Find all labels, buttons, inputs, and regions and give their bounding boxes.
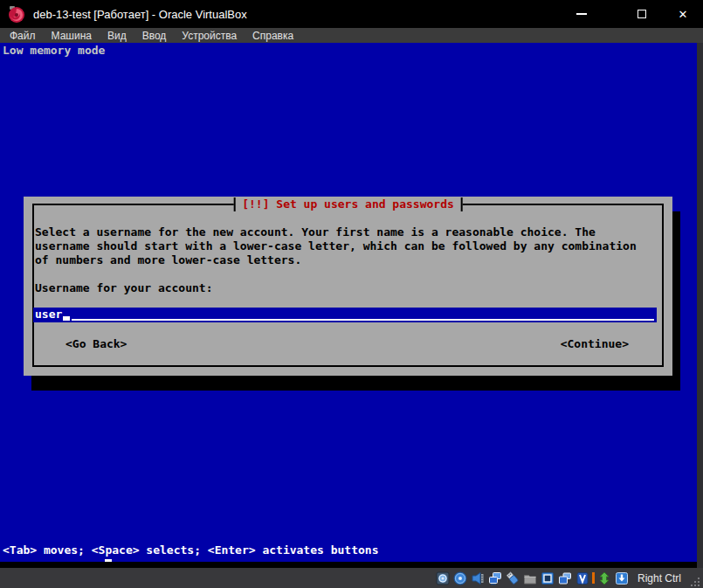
- username-field-label: Username for your account:: [35, 281, 213, 295]
- audio-icon[interactable]: [471, 571, 486, 585]
- features-activity-indicator: [592, 572, 595, 584]
- vm-right-edge: [697, 43, 703, 568]
- maximize-icon: [638, 10, 646, 18]
- menu-machine-label: Машина: [52, 30, 92, 42]
- username-input[interactable]: user: [33, 308, 657, 322]
- minimize-button[interactable]: [562, 0, 602, 28]
- terminal-cursor: [105, 559, 112, 562]
- menu-input[interactable]: Ввод: [134, 28, 175, 43]
- menu-help-label: Справка: [252, 30, 293, 42]
- vm-display[interactable]: Low memory mode [!!] Set up users and pa…: [0, 43, 703, 568]
- body-line: of numbers and more lower-case letters.: [35, 253, 661, 267]
- close-button[interactable]: ✕: [663, 0, 703, 28]
- keyboard-help-line: <Tab> moves; <Space> selects; <Enter> ac…: [3, 543, 378, 557]
- minimize-icon: [576, 13, 587, 15]
- close-icon: ✕: [679, 8, 688, 21]
- menu-help[interactable]: Справка: [245, 28, 301, 43]
- window-controls: ✕: [562, 0, 703, 28]
- body-line: username should start with a lower-case …: [35, 239, 661, 253]
- setup-users-dialog: [!!] Set up users and passwords Select a…: [24, 197, 672, 376]
- menu-bar: Файл Машина Вид Ввод Устройства Справка: [0, 28, 703, 43]
- features-icon[interactable]: [575, 571, 590, 585]
- menu-file[interactable]: Файл: [2, 28, 44, 43]
- host-key-label: Right Ctrl: [638, 572, 681, 585]
- text-cursor: [63, 316, 70, 321]
- menu-view[interactable]: Вид: [100, 28, 134, 43]
- menu-view-label: Вид: [107, 30, 127, 42]
- go-back-button[interactable]: <Go Back>: [65, 337, 127, 351]
- body-line: Select a username for the new account. Y…: [35, 225, 661, 239]
- username-input-value: user: [33, 308, 62, 322]
- continue-button[interactable]: <Continue>: [561, 337, 629, 351]
- dialog-body-text: Select a username for the new account. Y…: [35, 225, 661, 267]
- status-bar: Right Ctrl: [0, 568, 703, 588]
- virtualbox-logo-icon: [7, 4, 26, 24]
- maximize-button[interactable]: [622, 0, 662, 28]
- display-icon[interactable]: [541, 571, 555, 585]
- menu-input-label: Ввод: [142, 30, 167, 42]
- optical-drives-icon[interactable]: [453, 571, 468, 585]
- menu-devices[interactable]: Устройства: [174, 28, 245, 43]
- resize-grip-icon[interactable]: [689, 576, 700, 587]
- hard-disks-icon[interactable]: [436, 571, 451, 585]
- keyboard-icon[interactable]: [615, 571, 630, 585]
- network-icon[interactable]: [488, 571, 503, 585]
- title-bar: deb-13-test [Работает] - Oracle VirtualB…: [0, 0, 703, 28]
- window-title: deb-13-test [Работает] - Oracle VirtualB…: [33, 8, 247, 21]
- input-underline: [72, 308, 654, 321]
- mouse-integration-icon[interactable]: [597, 571, 612, 585]
- recording-icon[interactable]: [558, 571, 573, 585]
- shared-folders-icon[interactable]: [523, 571, 538, 585]
- menu-file-label: Файл: [10, 30, 36, 42]
- menu-machine[interactable]: Машина: [44, 28, 100, 43]
- dialog-buttons: <Go Back> <Continue>: [35, 337, 661, 351]
- dialog-title: [!!] Set up users and passwords: [233, 197, 463, 211]
- low-memory-mode-text: Low memory mode: [3, 44, 105, 58]
- usb-icon[interactable]: [506, 571, 520, 585]
- menu-devices-label: Устройства: [182, 30, 237, 42]
- installer-screen: Low memory mode [!!] Set up users and pa…: [0, 43, 697, 562]
